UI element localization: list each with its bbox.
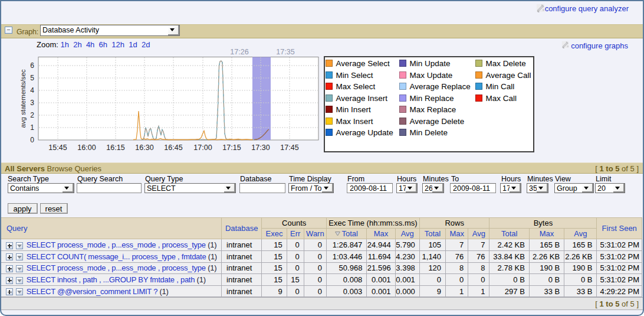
svg-text:2: 2 [30,111,34,119]
svg-text:16:00: 16:00 [77,144,96,152]
svg-text:4: 4 [30,86,34,95]
svg-text:17:35: 17:35 [276,48,294,56]
svg-text:1: 1 [30,123,34,132]
svg-text:6: 6 [30,61,34,70]
svg-text:17:26: 17:26 [230,48,248,56]
svg-text:17:15: 17:15 [222,144,241,152]
svg-text:5: 5 [30,74,34,82]
svg-text:0: 0 [30,136,34,144]
svg-text:17:45: 17:45 [280,144,298,152]
svg-text:16:30: 16:30 [135,144,153,152]
svg-text:15:45: 15:45 [48,144,67,152]
svg-text:3: 3 [30,99,34,107]
svg-text:16:15: 16:15 [106,144,124,152]
svg-text:17:00: 17:00 [193,144,212,152]
svg-text:16:45: 16:45 [164,144,182,152]
svg-text:17:30: 17:30 [251,144,270,152]
svg-text:avg statements/sec: avg statements/sec [19,69,27,128]
